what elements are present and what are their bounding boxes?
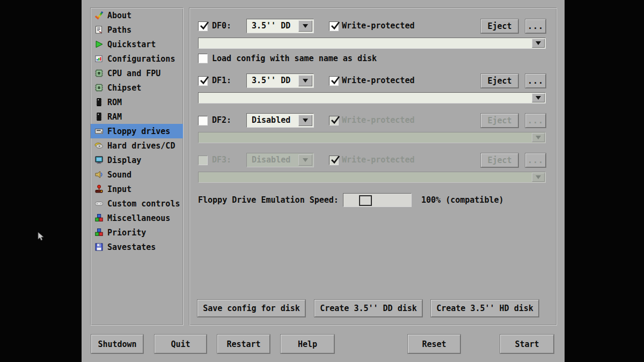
disk-path-combo[interactable] [198, 172, 546, 183]
drive-enable-checkbox[interactable] [198, 156, 208, 165]
write-protected-checkbox[interactable] [329, 156, 339, 165]
chevron-down-icon[interactable] [298, 115, 312, 126]
sidebar-item-label: Hard drives/CD [107, 141, 175, 151]
emulation-speed-label: Floppy Drive Emulation Speed: [198, 193, 339, 208]
disk-path-combo[interactable] [198, 38, 546, 49]
disk-path-combo[interactable] [198, 92, 546, 104]
sidebar-item-label: CPU and FPU [107, 69, 160, 78]
eject-button[interactable]: Eject [481, 74, 518, 88]
sidebar-item-label: Priority [107, 228, 146, 238]
drive-label: DF2: [212, 113, 231, 128]
drive-type-value: Disabled [252, 114, 290, 127]
load-config-row: Load config with same name as disk [189, 53, 557, 65]
sidebar-item-paths[interactable]: Paths [91, 23, 183, 37]
chevron-down-icon[interactable] [298, 20, 312, 32]
emulation-speed-value: 100% (compatible) [421, 193, 504, 208]
emulator-window: AboutPathsQuickstartConfigurationsCPU an… [0, 0, 644, 362]
drive-label: DF0: [212, 19, 231, 33]
drive-enable-checkbox[interactable] [198, 116, 208, 125]
load-config-checkbox[interactable] [198, 54, 208, 63]
button-save-config-for-disk[interactable]: Save config for disk [197, 300, 305, 317]
eject-button[interactable]: Eject [481, 114, 518, 128]
sidebar-item-configurations[interactable]: Configurations [91, 51, 183, 66]
sidebar-item-hard-drives-cd[interactable]: Hard drives/CD [91, 138, 183, 153]
chevron-down-icon[interactable] [532, 173, 545, 182]
drive-type-dropdown[interactable]: 3.5'' DD [246, 73, 314, 88]
sidebar-item-quickstart[interactable]: Quickstart [91, 37, 183, 51]
button-help[interactable]: Help [281, 335, 334, 353]
sidebar-item-miscellaneous[interactable]: Miscellaneous [91, 211, 183, 225]
sidebar-item-label: Display [107, 156, 141, 165]
sidebar-item-label: RAM [107, 112, 122, 122]
sidebar-item-label: Input [107, 184, 131, 194]
savestates-icon [94, 242, 104, 252]
sidebar-item-label: ROM [107, 98, 122, 107]
hard-drive-icon [94, 141, 104, 150]
sidebar-item-savestates[interactable]: Savestates [91, 240, 183, 254]
chevron-down-icon[interactable] [298, 75, 312, 86]
disk-path-combo[interactable] [198, 132, 546, 143]
load-config-label: Load config with same name as disk [212, 53, 377, 64]
sidebar-item-label: Custom controls [107, 199, 180, 209]
eject-button[interactable]: Eject [481, 19, 518, 33]
input-icon [94, 184, 104, 194]
sidebar-item-about[interactable]: About [91, 8, 183, 23]
sidebar-item-priority[interactable]: Priority [91, 225, 183, 240]
about-icon [94, 11, 104, 20]
rom-icon [94, 98, 104, 107]
emulation-speed-slider[interactable] [343, 193, 412, 207]
write-protected-label: Write-protected [342, 73, 414, 88]
sidebar-item-display[interactable]: Display [91, 153, 183, 167]
sidebar-item-sound[interactable]: Sound [91, 167, 183, 182]
drive-row-df2: DF2:DisabledWrite-protectedEject... [189, 113, 557, 128]
drive-type-dropdown[interactable]: Disabled [246, 113, 314, 128]
cpu-icon [94, 69, 104, 78]
button-shutdown[interactable]: Shutdown [91, 335, 143, 353]
button-restart[interactable]: Restart [217, 335, 270, 353]
sidebar-item-chipset[interactable]: Chipset [91, 80, 183, 95]
chevron-down-icon[interactable] [298, 154, 312, 166]
eject-button[interactable]: Eject [481, 153, 518, 167]
write-protected-checkbox[interactable] [329, 21, 339, 31]
chevron-down-icon[interactable] [532, 93, 545, 102]
sidebar-item-floppy-drives[interactable]: Floppy drives [91, 124, 183, 138]
drive-label: DF3: [212, 153, 231, 167]
sidebar-item-label: Configurations [107, 54, 175, 64]
drive-type-value: 3.5'' DD [252, 74, 290, 87]
sidebar-item-ram[interactable]: RAM [91, 109, 183, 124]
sidebar-item-cpu-and-fpu[interactable]: CPU and FPU [91, 66, 183, 80]
chevron-down-icon[interactable] [532, 39, 545, 48]
button-create-3-5-hd-disk[interactable]: Create 3.5'' HD disk [431, 300, 539, 317]
browse-button[interactable]: ... [525, 153, 546, 167]
button-quit[interactable]: Quit [155, 335, 207, 353]
button-create-3-5-dd-disk[interactable]: Create 3.5'' DD disk [314, 300, 422, 317]
browse-button[interactable]: ... [525, 74, 546, 88]
sidebar-item-rom[interactable]: ROM [91, 95, 183, 109]
sidebar-item-input[interactable]: Input [91, 182, 183, 196]
write-protected-checkbox[interactable] [329, 116, 339, 125]
chevron-down-icon[interactable] [532, 133, 545, 142]
drive-type-dropdown[interactable]: Disabled [246, 153, 314, 167]
browse-button[interactable]: ... [525, 19, 546, 33]
cubes-icon [94, 213, 104, 223]
display-icon [94, 156, 104, 165]
button-start[interactable]: Start [500, 335, 554, 353]
browse-button[interactable]: ... [525, 114, 546, 128]
write-protected-checkbox[interactable] [329, 76, 339, 86]
drive-enable-checkbox[interactable] [198, 21, 208, 31]
sidebar-item-label: Miscellaneous [107, 213, 170, 223]
drive-enable-checkbox[interactable] [198, 76, 208, 86]
drive-type-value: 3.5'' DD [252, 19, 290, 33]
button-reset[interactable]: Reset [408, 335, 460, 353]
slider-handle[interactable] [359, 195, 372, 206]
drive-row-df3: DF3:DisabledWrite-protectedEject... [189, 153, 557, 167]
configurations-icon [94, 54, 104, 63]
floppy-drives-panel: DF0:3.5'' DDWrite-protectedEject...DF1:3… [189, 8, 557, 326]
sidebar-item-label: Paths [107, 25, 131, 35]
gui-screen: AboutPathsQuickstartConfigurationsCPU an… [82, 0, 565, 362]
drive-type-dropdown[interactable]: 3.5'' DD [246, 19, 314, 33]
category-sidebar: AboutPathsQuickstartConfigurationsCPU an… [90, 8, 184, 326]
sidebar-item-custom-controls[interactable]: Custom controls [91, 196, 183, 211]
write-protected-label: Write-protected [342, 113, 414, 128]
sidebar-item-label: Savestates [107, 242, 156, 252]
